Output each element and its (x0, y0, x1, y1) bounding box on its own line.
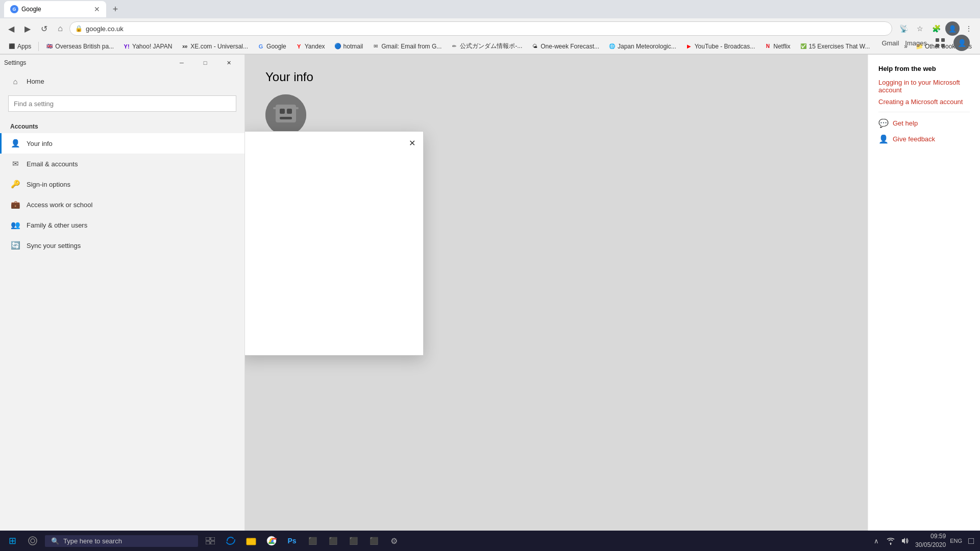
settings-email-accounts[interactable]: ✉ Email & accounts (0, 154, 244, 174)
taskbar-settings-icon[interactable]: ⚙ (384, 531, 404, 551)
taskbar-app3-icon[interactable]: ⬛ (343, 531, 363, 551)
get-help-action[interactable]: 💬 Get help (878, 118, 970, 128)
settings-access-work[interactable]: 💼 Access work or school (0, 194, 244, 215)
gmail-link[interactable]: Gmail (881, 39, 899, 47)
cast-icon[interactable]: 📡 (896, 21, 911, 36)
settings-your-info[interactable]: 👤 Your info (0, 133, 244, 154)
give-feedback-action[interactable]: 👤 Give feedback (878, 134, 970, 144)
bookmark-yahoo-label: Yahoo! JAPAN (132, 43, 172, 50)
windows-logo: ⊞ (9, 535, 16, 546)
overseas-favicon: 🇬🇧 (46, 43, 53, 50)
give-feedback-icon: 👤 (878, 134, 889, 144)
new-tab-button[interactable]: + (108, 2, 122, 16)
home-label: Home (27, 78, 44, 85)
bookmark-overseas[interactable]: 🇬🇧 Overseas British pa... (42, 42, 118, 51)
browser-tab[interactable]: G Google ✕ (4, 1, 106, 17)
help-link-create[interactable]: Creating a Microsoft account (878, 98, 970, 106)
google-grid-icon[interactable] (933, 36, 947, 50)
back-button[interactable]: ◀ (4, 21, 18, 36)
taskbar-app1-icon[interactable]: ⬛ (302, 531, 323, 551)
settings-search-input[interactable] (8, 95, 236, 112)
bookmark-yandex[interactable]: Y Yandex (291, 42, 329, 51)
settings-sync[interactable]: 🔄 Sync your settings (0, 235, 244, 256)
bookmark-star-icon[interactable]: ☆ (913, 21, 927, 36)
bookmark-exercises[interactable]: ✅ 15 Exercises That W... (796, 42, 874, 51)
google-header-area: Gmail Images 👤 (881, 35, 970, 51)
taskbar-search-bar[interactable]: 🔍 Type here to search (45, 535, 198, 547)
start-button[interactable]: ⊞ (2, 531, 22, 551)
refresh-button[interactable]: ↺ (37, 21, 51, 36)
bookmark-apps[interactable]: ⬛ Apps (4, 42, 35, 51)
taskbar-app4-icon[interactable]: ⬛ (363, 531, 384, 551)
taskbar-search-text: Type here to search (63, 537, 122, 545)
bookmark-yahoo[interactable]: Y! Yahoo! JAPAN (119, 42, 176, 51)
taskbar-edge-icon[interactable] (220, 531, 241, 551)
bookmark-gundam[interactable]: ✏ 公式ガンダム情報ポ-... (447, 41, 526, 52)
taskbar-app2-icon[interactable]: ⬛ (323, 531, 343, 551)
svg-point-17 (31, 539, 35, 543)
xe-favicon: xe (181, 43, 188, 50)
images-link[interactable]: Images (905, 39, 927, 47)
bookmarks-bar: ⬛ Apps 🇬🇧 Overseas British pa... Y! Yaho… (0, 39, 980, 54)
bookmark-gmail[interactable]: ✉ Gmail: Email from G... (368, 42, 446, 51)
svg-rect-15 (941, 44, 945, 47)
taskbar-explorer-icon[interactable] (241, 531, 261, 551)
bookmark-youtube[interactable]: ▶ YouTube - Broadcas... (681, 42, 760, 51)
address-bar[interactable]: 🔒 google.co.uk (69, 21, 892, 36)
bookmark-xe[interactable]: xe XE.com - Universal... (177, 42, 252, 51)
tray-network-icon[interactable] (885, 535, 897, 547)
get-help-label: Get help (893, 119, 918, 127)
home-icon: ⌂ (10, 76, 20, 86)
netflix-favicon: N (764, 43, 771, 50)
google-avatar[interactable]: 👤 (953, 35, 970, 51)
forecast-favicon: 🌤 (531, 43, 538, 50)
help-title: Help from the web (878, 65, 970, 72)
bookmark-hotmail[interactable]: 🔵 hotmail (330, 42, 368, 51)
system-clock[interactable]: 09:59 30/05/2020 (915, 532, 946, 549)
modal-dialog: ✕ (245, 131, 424, 356)
menu-button[interactable]: ⋮ (962, 21, 976, 36)
action-center-icon[interactable]: □ (968, 536, 974, 546)
bookmark-separator (38, 42, 39, 51)
settings-family-users[interactable]: 👥 Family & other users (0, 215, 244, 235)
your-info-label: Your info (27, 140, 53, 147)
settings-search-area (0, 91, 244, 116)
maximize-button[interactable]: □ (193, 55, 217, 71)
task-view-icon (206, 537, 215, 544)
avatar-button[interactable]: 👤 (945, 21, 960, 36)
svg-rect-18 (206, 537, 210, 540)
nav-icons: 📡 ☆ 🧩 👤 ⋮ (896, 21, 976, 36)
cortana-button[interactable] (22, 531, 43, 551)
google-favicon: G (257, 43, 264, 50)
sync-label: Sync your settings (27, 242, 81, 249)
bookmark-google[interactable]: G Google (253, 42, 290, 51)
bookmark-forecast[interactable]: 🌤 One-week Forecast... (527, 42, 603, 51)
bookmark-forecast-label: One-week Forecast... (541, 43, 599, 50)
taskbar-search-icon: 🔍 (51, 537, 59, 545)
help-link-login[interactable]: Logging in to your Microsoft account (878, 79, 970, 94)
tray-volume-icon[interactable] (899, 535, 911, 547)
bookmark-exercises-label: 15 Exercises That W... (809, 43, 870, 50)
settings-home-item[interactable]: ⌂ Home (0, 71, 244, 91)
tab-close-button[interactable]: ✕ (94, 5, 100, 13)
extension-icon[interactable]: 🧩 (929, 21, 943, 36)
task-view-button[interactable] (200, 531, 220, 551)
taskbar-chrome-icon[interactable] (261, 531, 282, 551)
forward-button[interactable]: ▶ (20, 21, 35, 36)
main-area: Settings ─ □ ✕ ⌂ Home Accounts 👤 Your in… (0, 55, 980, 550)
svg-rect-22 (247, 538, 256, 545)
tray-chevron[interactable]: ∧ (870, 535, 883, 547)
settings-sign-in[interactable]: 🔑 Sign-in options (0, 174, 244, 194)
home-button[interactable]: ⌂ (53, 21, 67, 36)
tray-lang-icon[interactable]: ENG (950, 535, 962, 547)
nav-bar: ◀ ▶ ↺ ⌂ 🔒 google.co.uk 📡 ☆ 🧩 👤 ⋮ (0, 18, 980, 39)
access-work-icon: 💼 (10, 199, 20, 210)
close-button[interactable]: ✕ (217, 55, 240, 71)
minimize-button[interactable]: ─ (170, 55, 193, 71)
bookmark-japan-met[interactable]: 🌐 Japan Meteorologic... (604, 42, 680, 51)
taskbar-photoshop-icon[interactable]: Ps (282, 531, 302, 551)
bookmark-netflix[interactable]: N Netflix (760, 42, 794, 51)
modal-close-button[interactable]: ✕ (405, 136, 419, 150)
taskbar: ⊞ 🔍 Type here to search (0, 531, 980, 551)
email-accounts-label: Email & accounts (27, 160, 78, 168)
